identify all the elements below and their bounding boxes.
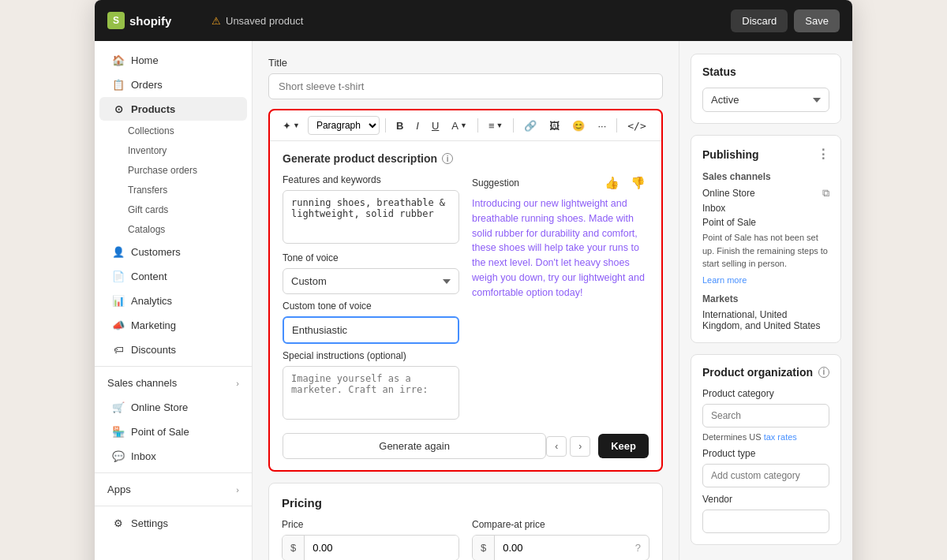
more-button[interactable]: ··· [593,118,611,134]
main-editor: Title ✦ ▼ Paragraph B [253,41,679,560]
vendor-input[interactable] [702,510,829,533]
sidebar-item-online-store[interactable]: 🛒 Online Store [99,395,247,419]
keep-button[interactable]: Keep [598,434,649,458]
markets-title: Markets [702,293,829,304]
markets-value: International, United Kingdom, and Unite… [702,309,829,331]
compare-at-label: Compare-at price [472,519,649,530]
add-custom-category-input[interactable] [702,464,829,487]
status-select[interactable]: Active Draft [702,88,829,112]
generate-info-icon[interactable]: i [442,153,453,164]
settings-icon: ⚙ [112,517,125,529]
discard-button[interactable]: Discard [731,9,788,32]
compare-at-input[interactable] [495,536,627,560]
special-instructions-textarea[interactable] [283,366,459,420]
generate-grid: Features and keywords running shoes, bre… [283,174,649,422]
thumbs-up-button[interactable]: 👍 [601,174,623,192]
underline-button[interactable]: U [427,118,444,134]
thumbs-down-button[interactable]: 👎 [627,174,649,192]
sidebar-item-home[interactable]: 🏠 Home [99,48,247,72]
brand-name: shopify [129,14,171,28]
sidebar-item-analytics[interactable]: 📊 Analytics [99,289,247,312]
paragraph-select[interactable]: Paragraph [308,116,380,135]
price-input[interactable] [305,536,459,560]
pricing-row: Price $ Compare-at price $ ? [282,519,649,560]
sidebar-item-customers[interactable]: 👤 Customers [99,240,247,263]
nav-actions: Discard Save [731,9,840,32]
sidebar-sub-gift-cards[interactable]: Gift cards [99,200,247,219]
tone-select[interactable]: Custom Friendly Professional Enthusiasti… [283,268,459,294]
generate-right-col: Suggestion 👍 👎 Introducing our new light… [472,174,649,422]
copy-icon[interactable]: ⧉ [822,187,829,200]
emoji-button[interactable]: 😊 [567,118,590,134]
custom-tone-input[interactable] [283,316,459,344]
organization-title: Product organization i [702,366,829,379]
toolbar-sep-3 [513,118,514,133]
unsaved-label: ⚠ Unsaved product [211,15,721,27]
price-label: Price [282,519,459,530]
compare-at-info-icon: ? [627,536,649,560]
sidebar-apps-header[interactable]: Apps › [95,478,252,501]
toolbar-sep-1 [385,118,386,133]
sidebar-item-products[interactable]: ⊙ Products [99,97,247,121]
sidebar-sales-channels-header[interactable]: Sales channels › [95,371,252,394]
product-category-search[interactable] [702,404,829,427]
marketing-icon: 📣 [112,319,125,331]
vendor-label: Vendor [702,494,829,505]
publishing-title: Publishing ⋮ [702,147,829,162]
online-store-icon: 🛒 [112,401,125,413]
sidebar-item-marketing[interactable]: 📣 Marketing [99,313,247,337]
tax-rates-link[interactable]: tax rates [764,432,797,442]
sidebar-item-discounts[interactable]: 🏷 Discounts [99,338,247,361]
suggestion-actions: 👍 👎 [601,174,649,192]
inbox-icon: 💬 [112,450,125,462]
online-store-channel: Online Store ⧉ [702,187,829,200]
sidebar: 🏠 Home 📋 Orders ⊙ Products Collections I… [95,41,253,560]
sidebar-item-settings[interactable]: ⚙ Settings [99,511,247,535]
browser-window: S shopify ⚠ Unsaved product Discard Save… [95,0,852,560]
product-category-label: Product category [702,388,829,399]
bold-button[interactable]: B [391,118,408,134]
home-icon: 🏠 [112,54,125,66]
sidebar-sub-transfers[interactable]: Transfers [99,181,247,200]
save-button[interactable]: Save [794,9,840,32]
publishing-section: Publishing ⋮ Sales channels Online Store… [691,135,841,343]
org-info-icon[interactable]: i [818,367,829,378]
sidebar-sub-catalogs[interactable]: Catalogs [99,220,247,239]
sidebar-item-pos[interactable]: 🏪 Point of Sale [99,420,247,443]
align-button[interactable]: ≡ ▼ [484,118,508,134]
pricing-title: Pricing [282,496,649,510]
sidebar-item-orders[interactable]: 📋 Orders [99,73,247,96]
pricing-section: Pricing Price $ Compare-at price [268,483,663,560]
compare-at-input-wrap: $ ? [472,535,649,560]
suggestion-header: Suggestion 👍 👎 [472,174,649,192]
compare-at-prefix: $ [473,536,495,560]
content-area: Title ✦ ▼ Paragraph B [253,41,852,560]
sidebar-item-content[interactable]: 📄 Content [99,264,247,288]
publishing-menu-icon[interactable]: ⋮ [817,147,829,162]
code-button[interactable]: </> [623,118,650,134]
generate-title: Generate product description i [283,152,649,165]
link-button[interactable]: 🔗 [519,118,541,134]
price-prefix: $ [283,536,305,560]
tone-label: Tone of voice [283,252,459,263]
learn-more-link[interactable]: Learn more [702,275,747,285]
price-input-wrap: $ [282,535,459,560]
color-button[interactable]: A ▼ [447,118,472,134]
content-icon: 📄 [112,270,125,282]
image-button[interactable]: 🖼 [545,118,564,134]
sidebar-sub-inventory[interactable]: Inventory [99,141,247,160]
sidebar-sub-purchase-orders[interactable]: Purchase orders [99,161,247,180]
toolbar-magic-btn[interactable]: ✦ ▼ [278,118,305,134]
prev-suggestion-button[interactable]: ‹ [546,436,567,457]
orders-icon: 📋 [112,78,125,91]
sidebar-item-inbox[interactable]: 💬 Inbox [99,444,247,468]
right-panel: Status Active Draft Publishing ⋮ Sales c… [679,41,852,560]
title-input[interactable] [268,73,663,99]
features-textarea[interactable]: running shoes, breathable & lightweight,… [283,190,459,244]
sidebar-sub-collections[interactable]: Collections [99,121,247,140]
next-suggestion-button[interactable]: › [570,436,590,457]
italic-button[interactable]: I [411,118,424,134]
product-organization-section: Product organization i Product category … [691,354,841,545]
pos-note: Point of Sale has not been set up. Finis… [702,231,829,271]
generate-again-button[interactable]: Generate again [283,433,546,459]
